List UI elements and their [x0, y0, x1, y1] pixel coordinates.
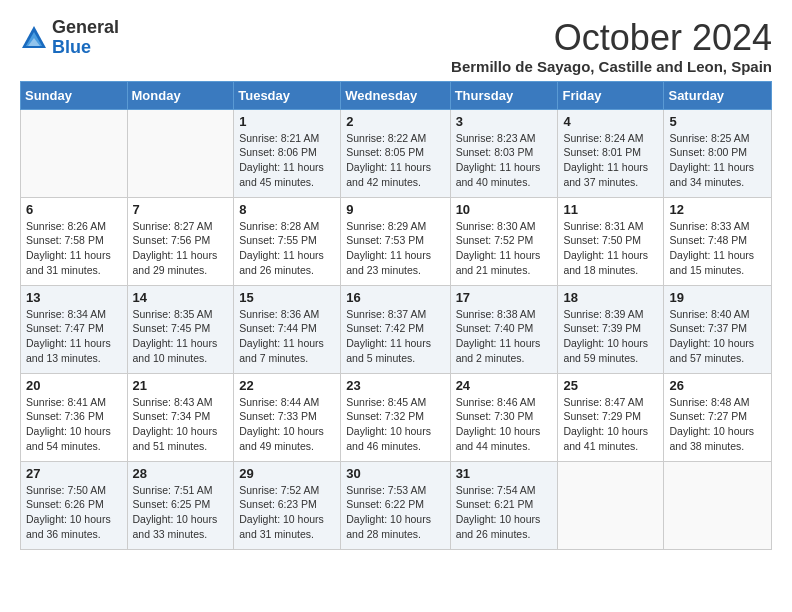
month-title: October 2024	[451, 18, 772, 58]
calendar-cell	[21, 109, 128, 197]
calendar-cell: 21Sunrise: 8:43 AMSunset: 7:34 PMDayligh…	[127, 373, 234, 461]
day-number: 8	[239, 202, 335, 217]
day-number: 18	[563, 290, 658, 305]
day-info: Sunrise: 8:38 AMSunset: 7:40 PMDaylight:…	[456, 307, 553, 366]
day-info: Sunrise: 8:31 AMSunset: 7:50 PMDaylight:…	[563, 219, 658, 278]
day-number: 20	[26, 378, 122, 393]
day-info: Sunrise: 8:37 AMSunset: 7:42 PMDaylight:…	[346, 307, 444, 366]
day-number: 12	[669, 202, 766, 217]
day-info: Sunrise: 8:24 AMSunset: 8:01 PMDaylight:…	[563, 131, 658, 190]
calendar-week-1: 1Sunrise: 8:21 AMSunset: 8:06 PMDaylight…	[21, 109, 772, 197]
calendar-cell: 1Sunrise: 8:21 AMSunset: 8:06 PMDaylight…	[234, 109, 341, 197]
day-number: 2	[346, 114, 444, 129]
day-number: 19	[669, 290, 766, 305]
weekday-thursday: Thursday	[450, 81, 558, 109]
weekday-wednesday: Wednesday	[341, 81, 450, 109]
day-info: Sunrise: 8:43 AMSunset: 7:34 PMDaylight:…	[133, 395, 229, 454]
day-info: Sunrise: 7:53 AMSunset: 6:22 PMDaylight:…	[346, 483, 444, 542]
day-number: 28	[133, 466, 229, 481]
calendar-cell: 28Sunrise: 7:51 AMSunset: 6:25 PMDayligh…	[127, 461, 234, 549]
day-number: 16	[346, 290, 444, 305]
calendar-week-3: 13Sunrise: 8:34 AMSunset: 7:47 PMDayligh…	[21, 285, 772, 373]
logo-text: General Blue	[52, 18, 119, 58]
calendar-cell: 29Sunrise: 7:52 AMSunset: 6:23 PMDayligh…	[234, 461, 341, 549]
calendar-week-2: 6Sunrise: 8:26 AMSunset: 7:58 PMDaylight…	[21, 197, 772, 285]
day-number: 30	[346, 466, 444, 481]
day-info: Sunrise: 8:26 AMSunset: 7:58 PMDaylight:…	[26, 219, 122, 278]
calendar-cell: 18Sunrise: 8:39 AMSunset: 7:39 PMDayligh…	[558, 285, 664, 373]
calendar-cell: 12Sunrise: 8:33 AMSunset: 7:48 PMDayligh…	[664, 197, 772, 285]
title-block: October 2024 Bermillo de Sayago, Castill…	[451, 18, 772, 75]
day-number: 24	[456, 378, 553, 393]
day-number: 5	[669, 114, 766, 129]
day-number: 3	[456, 114, 553, 129]
calendar-cell: 6Sunrise: 8:26 AMSunset: 7:58 PMDaylight…	[21, 197, 128, 285]
day-number: 6	[26, 202, 122, 217]
day-info: Sunrise: 8:47 AMSunset: 7:29 PMDaylight:…	[563, 395, 658, 454]
logo-blue: Blue	[52, 38, 119, 58]
day-number: 31	[456, 466, 553, 481]
calendar-cell: 25Sunrise: 8:47 AMSunset: 7:29 PMDayligh…	[558, 373, 664, 461]
calendar-cell: 7Sunrise: 8:27 AMSunset: 7:56 PMDaylight…	[127, 197, 234, 285]
day-number: 7	[133, 202, 229, 217]
calendar-cell: 3Sunrise: 8:23 AMSunset: 8:03 PMDaylight…	[450, 109, 558, 197]
day-number: 14	[133, 290, 229, 305]
calendar-cell: 13Sunrise: 8:34 AMSunset: 7:47 PMDayligh…	[21, 285, 128, 373]
calendar-cell: 11Sunrise: 8:31 AMSunset: 7:50 PMDayligh…	[558, 197, 664, 285]
calendar-cell	[664, 461, 772, 549]
header: General Blue October 2024 Bermillo de Sa…	[20, 18, 772, 75]
calendar-cell: 5Sunrise: 8:25 AMSunset: 8:00 PMDaylight…	[664, 109, 772, 197]
day-info: Sunrise: 8:33 AMSunset: 7:48 PMDaylight:…	[669, 219, 766, 278]
calendar-cell: 20Sunrise: 8:41 AMSunset: 7:36 PMDayligh…	[21, 373, 128, 461]
logo-general: General	[52, 18, 119, 38]
day-number: 29	[239, 466, 335, 481]
day-info: Sunrise: 8:35 AMSunset: 7:45 PMDaylight:…	[133, 307, 229, 366]
calendar-cell: 30Sunrise: 7:53 AMSunset: 6:22 PMDayligh…	[341, 461, 450, 549]
calendar-cell: 2Sunrise: 8:22 AMSunset: 8:05 PMDaylight…	[341, 109, 450, 197]
day-info: Sunrise: 7:51 AMSunset: 6:25 PMDaylight:…	[133, 483, 229, 542]
day-info: Sunrise: 8:21 AMSunset: 8:06 PMDaylight:…	[239, 131, 335, 190]
calendar-cell: 19Sunrise: 8:40 AMSunset: 7:37 PMDayligh…	[664, 285, 772, 373]
page: General Blue October 2024 Bermillo de Sa…	[0, 0, 792, 560]
calendar-cell: 23Sunrise: 8:45 AMSunset: 7:32 PMDayligh…	[341, 373, 450, 461]
calendar-cell: 8Sunrise: 8:28 AMSunset: 7:55 PMDaylight…	[234, 197, 341, 285]
calendar-cell: 24Sunrise: 8:46 AMSunset: 7:30 PMDayligh…	[450, 373, 558, 461]
weekday-monday: Monday	[127, 81, 234, 109]
day-number: 11	[563, 202, 658, 217]
day-number: 22	[239, 378, 335, 393]
day-info: Sunrise: 8:29 AMSunset: 7:53 PMDaylight:…	[346, 219, 444, 278]
calendar-cell: 4Sunrise: 8:24 AMSunset: 8:01 PMDaylight…	[558, 109, 664, 197]
calendar-cell	[558, 461, 664, 549]
calendar-cell: 16Sunrise: 8:37 AMSunset: 7:42 PMDayligh…	[341, 285, 450, 373]
day-info: Sunrise: 8:48 AMSunset: 7:27 PMDaylight:…	[669, 395, 766, 454]
day-number: 9	[346, 202, 444, 217]
day-info: Sunrise: 8:28 AMSunset: 7:55 PMDaylight:…	[239, 219, 335, 278]
calendar-cell: 14Sunrise: 8:35 AMSunset: 7:45 PMDayligh…	[127, 285, 234, 373]
weekday-friday: Friday	[558, 81, 664, 109]
day-info: Sunrise: 8:39 AMSunset: 7:39 PMDaylight:…	[563, 307, 658, 366]
day-info: Sunrise: 8:23 AMSunset: 8:03 PMDaylight:…	[456, 131, 553, 190]
calendar-cell: 10Sunrise: 8:30 AMSunset: 7:52 PMDayligh…	[450, 197, 558, 285]
day-number: 23	[346, 378, 444, 393]
weekday-sunday: Sunday	[21, 81, 128, 109]
day-info: Sunrise: 8:34 AMSunset: 7:47 PMDaylight:…	[26, 307, 122, 366]
calendar-cell: 17Sunrise: 8:38 AMSunset: 7:40 PMDayligh…	[450, 285, 558, 373]
day-info: Sunrise: 8:30 AMSunset: 7:52 PMDaylight:…	[456, 219, 553, 278]
day-info: Sunrise: 8:25 AMSunset: 8:00 PMDaylight:…	[669, 131, 766, 190]
logo: General Blue	[20, 18, 119, 58]
day-info: Sunrise: 7:52 AMSunset: 6:23 PMDaylight:…	[239, 483, 335, 542]
day-info: Sunrise: 8:22 AMSunset: 8:05 PMDaylight:…	[346, 131, 444, 190]
day-number: 10	[456, 202, 553, 217]
day-number: 26	[669, 378, 766, 393]
calendar-cell: 27Sunrise: 7:50 AMSunset: 6:26 PMDayligh…	[21, 461, 128, 549]
day-info: Sunrise: 8:40 AMSunset: 7:37 PMDaylight:…	[669, 307, 766, 366]
calendar-table: SundayMondayTuesdayWednesdayThursdayFrid…	[20, 81, 772, 550]
day-info: Sunrise: 8:44 AMSunset: 7:33 PMDaylight:…	[239, 395, 335, 454]
calendar-week-4: 20Sunrise: 8:41 AMSunset: 7:36 PMDayligh…	[21, 373, 772, 461]
calendar-cell: 9Sunrise: 8:29 AMSunset: 7:53 PMDaylight…	[341, 197, 450, 285]
calendar-week-5: 27Sunrise: 7:50 AMSunset: 6:26 PMDayligh…	[21, 461, 772, 549]
calendar-cell: 15Sunrise: 8:36 AMSunset: 7:44 PMDayligh…	[234, 285, 341, 373]
calendar-cell: 22Sunrise: 8:44 AMSunset: 7:33 PMDayligh…	[234, 373, 341, 461]
location-subtitle: Bermillo de Sayago, Castille and Leon, S…	[451, 58, 772, 75]
weekday-tuesday: Tuesday	[234, 81, 341, 109]
